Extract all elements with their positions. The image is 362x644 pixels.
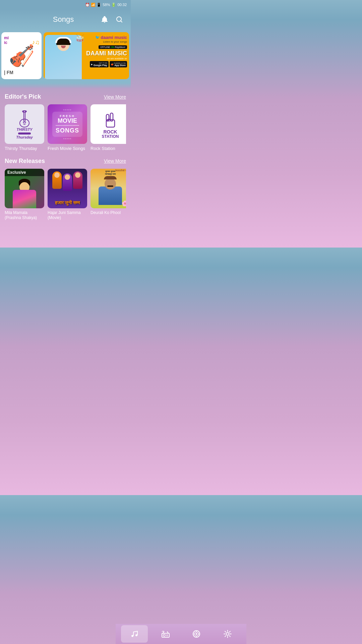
transition-spacer — [0, 83, 131, 89]
card-rock-station[interactable]: ROCK STATION Rock Station — [90, 104, 126, 152]
card-fresh-movie[interactable]: FRESH MOVIE SONGS Fresh Movie So — [48, 104, 87, 152]
status-icons: ⏰ 📶 📳 — [85, 3, 101, 7]
headphones-arc — [55, 37, 71, 43]
fm-box: FRESH MOVIE SONGS — [52, 112, 82, 137]
header-icons — [100, 15, 124, 24]
offline-badge: OFFLINE ON Repitition! — [99, 45, 127, 49]
svg-point-8 — [25, 122, 26, 123]
fresh-text: FRESH — [56, 114, 79, 118]
mila-figure-container — [11, 179, 38, 208]
deurali-cap — [104, 176, 117, 179]
svg-point-0 — [117, 17, 121, 21]
app-store-text: Available on theApp Store — [114, 62, 126, 66]
deurali-mustache — [107, 185, 113, 187]
deurali-background: सुस्ताम सुस्तामध्यानबहादुर लामा 🌸 — [90, 169, 126, 208]
store-badges-row: ▶ GET IT ONGoogle Play 🍎 Available on th… — [86, 61, 127, 67]
nr-image-hajar: हजार जुनी सम्म — [48, 169, 87, 208]
new-releases-cards: Exclusive Mila Mamala (Prashna Shakya) — [5, 169, 126, 221]
rs-content: ROCK STATION — [99, 107, 122, 142]
head-3 — [75, 172, 80, 178]
nr-title-hajar: Hajar Juni Samma (Movie) — [48, 210, 87, 221]
card-title-fresh: Fresh Movie Songs — [48, 146, 87, 152]
card-title-thirsty: Thirsty Thursday — [5, 146, 44, 152]
card-hajar-juni[interactable]: हजार जुनी सम्म Hajar Juni Samma (Movie) — [48, 169, 87, 221]
new-releases-title: New Releases — [5, 158, 45, 165]
nr-title-mila: Mila Mamala (Prashna Shakya) — [5, 210, 44, 221]
fm-dots-top — [52, 109, 82, 110]
sim-icon: 📳 — [97, 3, 101, 7]
daami-logo-area: 🐦 daami music — [86, 35, 127, 40]
daami-tagline: Listen to your songs — [86, 40, 127, 43]
card-image-fresh: FRESH MOVIE SONGS — [48, 104, 87, 144]
new-releases-view-more[interactable]: View More — [104, 158, 126, 164]
time: 00:32 — [117, 3, 127, 7]
alarm-icon: ⏰ — [85, 3, 90, 7]
banner-area: miic 🎻 | FM ♪♫ 🥁 🐦 daami mu — [0, 30, 131, 83]
google-play-icon: ▶ — [91, 63, 93, 65]
editors-pick-cards: THIRSTY Thursday Thirsty Thursday — [5, 104, 126, 152]
thursday-text: Thursday — [16, 135, 33, 139]
card-thirsty-thursday[interactable]: THIRSTY Thursday Thirsty Thursday — [5, 104, 44, 152]
card-mila-mamala[interactable]: Exclusive Mila Mamala (Prashna Shakya) — [5, 169, 44, 221]
header: Songs — [0, 9, 131, 30]
daami-main-text: DAAMI MUSIC — [86, 50, 127, 57]
bird-icon: 🐦 — [95, 35, 100, 40]
deurali-man-container — [98, 178, 123, 205]
battery-icon: 🔋 — [111, 3, 116, 7]
rock-hand-svg — [101, 110, 120, 130]
google-play-text: GET IT ONGoogle Play — [94, 62, 107, 66]
google-play-badge[interactable]: ▶ GET IT ONGoogle Play — [90, 61, 108, 67]
hajar-nepali-text: हजार जुनी सम्म — [48, 200, 87, 206]
new-releases-section: New Releases View More Exclusive — [0, 155, 131, 224]
wifi-icon: 📶 — [91, 3, 96, 7]
editors-pick-title: Editor's Pick — [5, 93, 41, 100]
deurali-small-text: केउरालीको फूल — [115, 169, 126, 172]
rock-text: ROCK — [101, 129, 120, 134]
editors-pick-section: Editor's Pick View More — [0, 89, 131, 155]
person-3 — [73, 171, 82, 189]
daami-brand: daami music — [101, 35, 127, 40]
daami-sub-text: we are available on — [86, 57, 127, 60]
nr-image-mila: Exclusive — [5, 169, 44, 208]
new-releases-header: New Releases View More — [5, 158, 126, 165]
guitar-icon-area — [16, 109, 33, 129]
apple-icon: 🍎 — [111, 63, 113, 65]
hajar-background: हजार जुनी सम्म — [48, 169, 87, 208]
svg-point-7 — [23, 122, 24, 123]
notification-button[interactable] — [100, 15, 109, 24]
violin-icon: 🎻 — [9, 44, 35, 68]
fm-label: | FM — [4, 70, 13, 75]
fm-content: FRESH MOVIE SONGS — [50, 107, 85, 142]
nr-image-deurali: सुस्ताम सुस्तामध्यानबहादुर लामा 🌸 — [90, 169, 126, 208]
music-notes-icon: ♪♫ — [32, 39, 40, 46]
mila-outfit — [13, 190, 36, 208]
head-1 — [54, 172, 60, 178]
banner-fm-radio[interactable]: miic 🎻 | FM ♪♫ — [1, 32, 42, 79]
editors-pick-view-more[interactable]: View More — [104, 94, 126, 100]
head-2 — [65, 174, 70, 180]
daami-content: 🐦 daami music Listen to your songs OFFLI… — [86, 35, 127, 67]
editors-pick-header: Editor's Pick View More — [5, 93, 126, 100]
card-image-thirsty: THIRSTY Thursday — [5, 104, 44, 144]
fm-divider — [56, 125, 79, 126]
person-2 — [63, 173, 72, 191]
person-1 — [52, 171, 62, 189]
app-store-badge[interactable]: 🍎 Available on theApp Store — [110, 61, 127, 67]
status-bar: ⏰ 📶 📳 58% 🔋 00:32 — [0, 0, 131, 9]
fm-dots-bottom — [52, 138, 82, 139]
nr-title-deurali: Deurali Ko Phool — [90, 210, 126, 216]
flower-icon: 🌸 — [122, 200, 126, 207]
tt-content: THIRSTY Thursday — [16, 109, 33, 139]
search-button[interactable] — [115, 15, 124, 24]
tt-text-area: THIRSTY Thursday — [16, 127, 33, 139]
page-title: Songs — [27, 15, 100, 24]
guitar-svg — [16, 109, 33, 129]
station-text: STATION — [101, 134, 120, 139]
card-deurali[interactable]: सुस्ताम सुस्तामध्यानबहादुर लामा 🌸 — [90, 169, 126, 221]
songs-text: SONGS — [56, 127, 79, 134]
hajar-people — [52, 171, 82, 191]
battery-percent: 58% — [103, 3, 110, 7]
tt-bar — [18, 132, 31, 135]
banner-daami-music[interactable]: 🥁 🐦 daami music Listen to your songs OFF… — [44, 32, 129, 79]
card-title-rock: Rock Station — [90, 146, 126, 152]
